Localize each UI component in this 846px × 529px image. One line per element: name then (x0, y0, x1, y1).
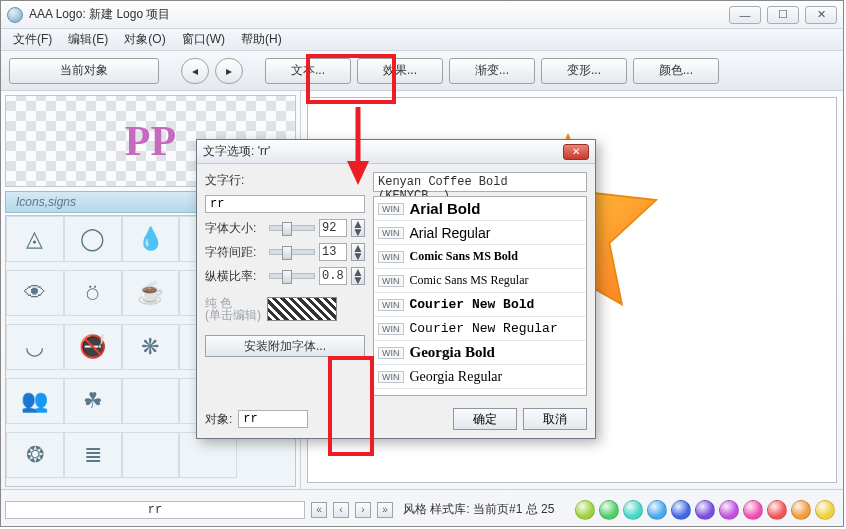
shape-ring[interactable]: ◯ (64, 216, 122, 262)
palette-dot[interactable] (599, 500, 619, 520)
shape-ono[interactable]: ⍥ (64, 270, 122, 316)
font-size-value[interactable]: 92 (319, 219, 347, 237)
shape-tri[interactable]: ◬ (6, 216, 64, 262)
font-platform-tag: WIN (378, 251, 404, 263)
current-object-button[interactable]: 当前对象 (9, 58, 159, 84)
palette-dot[interactable] (647, 500, 667, 520)
shape-drop[interactable]: 💧 (122, 216, 180, 262)
shape-x[interactable] (122, 378, 180, 424)
aspect-ratio-slider[interactable] (269, 273, 315, 279)
palette-dot[interactable] (671, 500, 691, 520)
font-row[interactable]: WINCourier New Bold (374, 293, 586, 317)
font-platform-tag: WIN (378, 347, 404, 359)
object-name-field[interactable]: rr (238, 410, 308, 428)
menu-object[interactable]: 对象(O) (116, 29, 173, 50)
font-row[interactable]: WINComic Sans MS Bold (374, 245, 586, 269)
font-row[interactable]: WINGeorgia Regular (374, 365, 586, 389)
font-platform-tag: WIN (378, 227, 404, 239)
menu-window[interactable]: 窗口(W) (174, 29, 233, 50)
ok-button[interactable]: 确定 (453, 408, 517, 430)
palette-dot[interactable] (575, 500, 595, 520)
font-row[interactable]: WINArial Bold (374, 197, 586, 221)
menu-help[interactable]: 帮助(H) (233, 29, 290, 50)
status-bar: rr « ‹ › » 风格 样式库: 当前页#1 总 25 (1, 489, 843, 529)
object-name-display: rr (5, 501, 305, 519)
next-button[interactable]: ▸ (215, 58, 243, 84)
app-icon (7, 7, 23, 23)
font-platform-tag: WIN (378, 299, 404, 311)
gradient-button[interactable]: 渐变... (449, 58, 535, 84)
close-button[interactable]: ✕ (805, 6, 837, 24)
window-title: AAA Logo: 新建 Logo 项目 (29, 6, 729, 23)
shape-fan[interactable]: ❋ (122, 324, 180, 370)
letter-spacing-stepper[interactable]: ▲▼ (351, 243, 365, 261)
letter-spacing-label: 字符间距: (205, 244, 265, 261)
font-name-label: Courier New Bold (410, 297, 535, 312)
font-name-label: Georgia Regular (410, 369, 503, 385)
effect-button[interactable]: 效果... (357, 58, 443, 84)
style-next-button[interactable]: › (355, 502, 371, 518)
palette-dot[interactable] (623, 500, 643, 520)
text-options-dialog: 文字选项: 'rr' ✕ 文字行: 字体大小: 92 ▲▼ 字符间距: 13 ▲… (196, 139, 596, 439)
shape-bowl[interactable]: ◡ (6, 324, 64, 370)
font-platform-tag: WIN (378, 275, 404, 287)
font-list[interactable]: WINArial BoldWINArial RegularWINComic Sa… (373, 196, 587, 396)
palette-dot[interactable] (743, 500, 763, 520)
font-row[interactable]: WINCourier New Regular (374, 317, 586, 341)
font-name-label: Arial Regular (410, 225, 491, 241)
shape-x[interactable] (122, 432, 180, 478)
install-fonts-button[interactable]: 安装附加字体... (205, 335, 365, 357)
shape-clover[interactable]: ☘ (64, 378, 122, 424)
palette-dot[interactable] (791, 500, 811, 520)
minimize-button[interactable]: — (729, 6, 761, 24)
dialog-title-bar: 文字选项: 'rr' ✕ (197, 140, 595, 164)
font-row[interactable]: WINArial Regular (374, 221, 586, 245)
font-name-label: Courier New Regular (410, 321, 558, 336)
letter-spacing-value[interactable]: 13 (319, 243, 347, 261)
style-prev-button[interactable]: ‹ (333, 502, 349, 518)
style-page-info: 风格 样式库: 当前页#1 总 25 (399, 501, 558, 518)
shape-scr[interactable]: ≣ (64, 432, 122, 478)
shape-mug[interactable]: ☕ (122, 270, 180, 316)
text-button[interactable]: 文本... (265, 58, 351, 84)
cancel-button[interactable]: 取消 (523, 408, 587, 430)
menu-edit[interactable]: 编辑(E) (60, 29, 116, 50)
text-row-input[interactable] (205, 195, 365, 213)
palette-dot[interactable] (767, 500, 787, 520)
color-button[interactable]: 颜色... (633, 58, 719, 84)
font-row[interactable]: WINComic Sans MS Regular (374, 269, 586, 293)
palette-dot[interactable] (719, 500, 739, 520)
text-row-label: 文字行: (205, 172, 365, 189)
font-platform-tag: WIN (378, 371, 404, 383)
title-bar: AAA Logo: 新建 Logo 项目 — ☐ ✕ (1, 1, 843, 29)
color-swatch[interactable] (267, 297, 337, 321)
font-name-label: Georgia Bold (410, 344, 495, 361)
pure-color-label: 纯 色(单击编辑) (205, 297, 261, 321)
letter-spacing-slider[interactable] (269, 249, 315, 255)
shape-eye[interactable]: 👁 (6, 270, 64, 316)
maximize-button[interactable]: ☐ (767, 6, 799, 24)
font-size-label: 字体大小: (205, 220, 265, 237)
font-name-label: Comic Sans MS Bold (410, 249, 518, 264)
dialog-title: 文字选项: 'rr' (203, 143, 270, 160)
font-name-label: Arial Bold (410, 200, 481, 217)
shape-spiral[interactable]: ❂ (6, 432, 64, 478)
shape-people[interactable]: 👥 (6, 378, 64, 424)
object-label: 对象: (205, 411, 232, 428)
palette-dot[interactable] (695, 500, 715, 520)
dialog-close-button[interactable]: ✕ (563, 144, 589, 160)
prev-button[interactable]: ◂ (181, 58, 209, 84)
menu-file[interactable]: 文件(F) (5, 29, 60, 50)
font-size-slider[interactable] (269, 225, 315, 231)
palette-dot[interactable] (815, 500, 835, 520)
shape-ban[interactable]: 🚭 (64, 324, 122, 370)
transform-button[interactable]: 变形... (541, 58, 627, 84)
style-first-button[interactable]: « (311, 502, 327, 518)
aspect-ratio-value[interactable]: 0.8 (319, 267, 347, 285)
aspect-ratio-stepper[interactable]: ▲▼ (351, 267, 365, 285)
selected-font-name: Kenyan Coffee Bold (KENYCB__) (373, 172, 587, 192)
font-row[interactable]: WINGeorgia Bold (374, 341, 586, 365)
menu-bar: 文件(F) 编辑(E) 对象(O) 窗口(W) 帮助(H) (1, 29, 843, 51)
font-size-stepper[interactable]: ▲▼ (351, 219, 365, 237)
style-last-button[interactable]: » (377, 502, 393, 518)
